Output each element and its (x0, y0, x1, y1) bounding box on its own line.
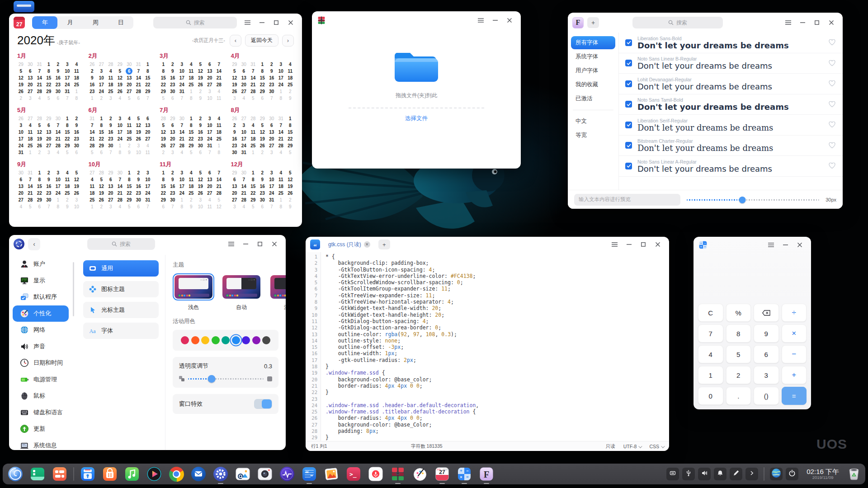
day-cell[interactable]: 30 (267, 88, 277, 95)
settings-nav-sound[interactable]: 声音 (13, 338, 69, 355)
day-cell[interactable]: 27 (16, 197, 26, 203)
day-cell[interactable]: 31 (63, 88, 72, 95)
day-cell[interactable]: 2 (168, 169, 178, 176)
day-cell[interactable]: 15 (143, 75, 153, 81)
day-cell[interactable]: 9 (230, 129, 240, 136)
day-cell[interactable]: 31 (239, 149, 249, 156)
submenu-cursor-theme[interactable]: 光标主题 (83, 302, 159, 318)
code-area[interactable]: * { background-clip: padding-box; -GtkTo… (321, 252, 669, 441)
day-cell[interactable]: 12 (258, 129, 267, 136)
dock-item-text-editor[interactable]: “” (301, 464, 317, 484)
maximize-button[interactable] (269, 16, 283, 29)
accent-color-swatch[interactable] (222, 336, 230, 344)
day-cell[interactable]: 13 (205, 176, 215, 183)
favorite-heart-icon[interactable] (829, 80, 835, 87)
day-cell[interactable]: 18 (88, 190, 97, 197)
day-cell[interactable]: 4 (214, 88, 224, 95)
day-cell[interactable]: 5 (115, 68, 125, 75)
day-cell[interactable]: 12 (230, 75, 240, 81)
day-cell[interactable]: 5 (258, 122, 267, 129)
day-cell[interactable]: 29 (249, 197, 258, 203)
font-category-系统字体[interactable]: 系统字体 (571, 50, 615, 63)
day-cell[interactable]: 8 (44, 68, 54, 75)
menu-button[interactable] (474, 14, 487, 27)
day-cell[interactable]: 7 (53, 122, 63, 129)
day-cell[interactable]: 14 (35, 75, 44, 81)
dock-item-paint[interactable] (412, 464, 428, 484)
dock-item-app-store[interactable] (102, 464, 118, 484)
day-cell[interactable]: 5 (88, 149, 97, 156)
day-cell[interactable]: 22 (159, 81, 168, 88)
day-cell[interactable]: 17 (115, 129, 125, 136)
day-cell[interactable]: 1 (44, 61, 54, 68)
day-cell[interactable]: 5 (196, 169, 205, 176)
day-cell[interactable]: 4 (187, 169, 196, 176)
day-cell[interactable]: 29 (16, 61, 26, 68)
day-cell[interactable]: 15 (63, 129, 72, 136)
day-cell[interactable]: 6 (106, 176, 116, 183)
font-list-item[interactable]: Lohit Devanagari-Regular Don't let your … (619, 74, 843, 94)
day-cell[interactable]: 6 (35, 203, 44, 210)
day-cell[interactable]: 8 (258, 68, 267, 75)
submenu-font[interactable]: Aa字体 (83, 323, 159, 339)
day-cell[interactable]: 7 (177, 122, 187, 129)
font-list-item[interactable]: Noto Sans Linear B-Regular Don't let you… (619, 53, 843, 74)
day-cell[interactable]: 21 (134, 81, 143, 88)
slider-handle[interactable] (739, 197, 746, 203)
accent-color-swatch[interactable] (181, 336, 189, 344)
day-cell[interactable]: 29 (44, 88, 54, 95)
day-cell[interactable]: 10 (16, 129, 26, 136)
day-cell[interactable]: 14 (276, 129, 286, 136)
maximize-button[interactable] (810, 16, 824, 29)
accent-color-swatch[interactable] (242, 336, 250, 344)
day-cell[interactable]: 9 (187, 203, 196, 210)
minimize-button[interactable] (239, 238, 252, 250)
day-cell[interactable]: 7 (239, 176, 249, 183)
back-button[interactable]: ‹ (28, 238, 40, 250)
day-cell[interactable]: 3 (205, 115, 215, 122)
day-cell[interactable]: 12 (35, 129, 44, 136)
day-cell[interactable]: 7 (35, 68, 44, 75)
day-cell[interactable]: 22 (143, 81, 153, 88)
day-cell[interactable]: 26 (72, 190, 81, 197)
day-cell[interactable]: 1 (125, 169, 134, 176)
calc-key-3[interactable]: 3 (754, 366, 779, 384)
day-cell[interactable]: 18 (106, 81, 116, 88)
day-cell[interactable]: 11 (72, 68, 81, 75)
day-cell[interactable]: 7 (267, 203, 277, 210)
close-button[interactable] (651, 238, 665, 251)
day-cell[interactable]: 4 (276, 169, 286, 176)
font-category-中文[interactable]: 中文 (571, 115, 615, 128)
calc-key-2[interactable]: 2 (726, 366, 751, 384)
day-cell[interactable]: 12 (214, 203, 224, 210)
day-cell[interactable]: 2 (258, 149, 267, 156)
day-cell[interactable]: 17 (205, 129, 215, 136)
calc-key-×[interactable]: × (782, 324, 807, 343)
theme-option-auto[interactable]: −□× 自动 (221, 273, 262, 311)
day-cell[interactable]: 24 (115, 136, 125, 142)
calc-key-6[interactable]: 6 (754, 345, 779, 363)
day-cell[interactable]: 28 (88, 142, 97, 149)
day-cell[interactable]: 5 (286, 149, 295, 156)
month-card[interactable]: 10月2728293012345678910111213141516171819… (88, 160, 153, 210)
day-cell[interactable]: 20 (205, 183, 215, 190)
day-cell[interactable]: 11 (187, 68, 196, 75)
day-cell[interactable]: 16 (168, 75, 178, 81)
prev-year-button[interactable]: ‹ (230, 35, 241, 47)
day-cell[interactable]: 16 (88, 81, 97, 88)
day-cell[interactable]: 9 (196, 95, 205, 102)
day-cell[interactable]: 28 (159, 115, 168, 122)
day-cell[interactable]: 22 (286, 136, 295, 142)
day-cell[interactable]: 9 (134, 176, 143, 183)
day-cell[interactable]: 4 (72, 61, 81, 68)
day-cell[interactable]: 2 (44, 169, 54, 176)
dock-item-font-manager-app[interactable]: F (478, 464, 495, 484)
day-cell[interactable]: 5 (35, 122, 44, 129)
day-cell[interactable]: 8 (35, 176, 44, 183)
day-cell[interactable]: 3 (106, 95, 116, 102)
syntax-select[interactable]: CSS (649, 444, 664, 449)
day-cell[interactable]: 2 (159, 149, 168, 156)
font-checkbox[interactable] (625, 80, 632, 87)
day-cell[interactable]: 2 (88, 68, 97, 75)
day-cell[interactable]: 23 (267, 81, 277, 88)
